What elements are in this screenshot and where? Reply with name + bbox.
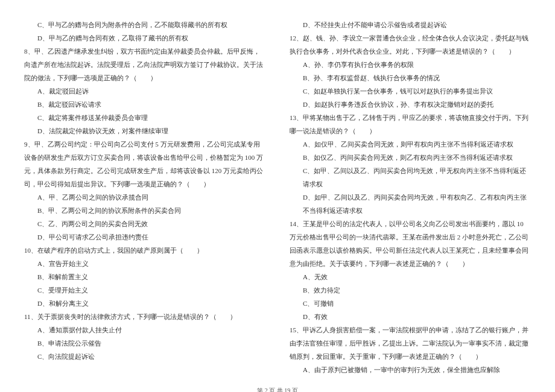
q11-option-d: D、不经挂失止付不能申请公示催告或者提起诉讼 (290, 18, 531, 31)
q10-option-a: A、宣告开始主义 (24, 257, 265, 270)
q8-stem: 8、甲、乙因遗产继承发生纠纷，双方书面约定由某仲裁委员会仲裁。后甲反悔，向遗产所… (24, 45, 265, 84)
q8-option-c: C、裁定将案件移送某仲裁委员会审理 (24, 111, 265, 124)
q13-option-c: C、如甲、乙间以及乙、丙间买卖合同均无效，甲无权向丙主张不当得利返还请求权 (290, 164, 531, 191)
q11-option-b: B、申请法院公示催告 (24, 337, 265, 350)
q12-option-a: A、孙、李仍享有执行合伙事务的权限 (290, 58, 531, 71)
left-column: C、甲与乙的赠与合同为附条件的合同，乙不能取得藏书的所有权 D、甲与乙的赠与合同… (24, 18, 265, 376)
q9-option-b: B、甲、乙两公司之间的协议系附条件的买卖合同 (24, 204, 265, 217)
q12-stem: 12、赵、钱、孙、李设立一家普通合伙企业，经全体合伙人会议决定，委托赵与钱执行合… (290, 31, 531, 58)
q12-option-c: C、如赵单独执行某一合伙事务，钱可以对赵执行的事务提出异议 (290, 84, 531, 98)
q14-option-d: D、有效 (290, 310, 531, 323)
exam-page: C、甲与乙的赠与合同为附条件的合同，乙不能取得藏书的所有权 D、甲与乙的赠与合同… (0, 0, 555, 382)
q14-stem: 14、王某是甲公司的法定代表人，以甲公司名义向乙公司发出书面要约，愿以 10 万… (290, 217, 531, 270)
q8-option-b: B、裁定驳回诉讼请求 (24, 98, 265, 111)
q13-option-a: A、如仅甲、乙间买卖合同无效，则甲有权向丙主张不当得利返还请求权 (290, 138, 531, 151)
q7-option-d: D、甲与乙的赠与合同有效，乙取得了藏书的所有权 (24, 31, 265, 45)
q8-option-a: A、裁定驳回起诉 (24, 84, 265, 98)
q15-stem: 15、甲诉乙人身损害赔偿一案，一审法院根据甲的申请，冻结了乙的银行账户，并由李法… (290, 323, 531, 363)
q14-option-b: B、效力待定 (290, 283, 531, 297)
q9-option-d: D、甲公司可请求乙公司承担违约责任 (24, 230, 265, 244)
q14-option-a: A、无效 (290, 270, 531, 283)
q9-stem: 9、甲、乙两公司约定：甲公司向乙公司支付 5 万元研发费用，乙公司完成某专用设备… (24, 138, 265, 191)
q11-stem: 11、关于票据丧失时的法律救济方式，下列哪一说法是错误的？（ ） (24, 310, 265, 323)
q13-option-d: D、如甲、乙间以及乙、丙间买卖合同均无效，甲有权向乙、乙有权向丙主张不当得利返还… (290, 191, 531, 217)
q9-option-a: A、甲、乙两公司之间的协议承揽合同 (24, 191, 265, 204)
q13-option-b: B、如仅乙、丙间买卖合同无效，则乙有权向丙主张不当得利返还请求权 (290, 151, 531, 164)
q10-option-c: C、受理开始主义 (24, 283, 265, 297)
q12-option-b: B、孙、李有权监督赵、钱执行合伙事务的情况 (290, 71, 531, 84)
q14-option-c: C、可撤销 (290, 297, 531, 310)
q9-option-c: C、乙、丙两公司之间的买卖合同无效 (24, 217, 265, 230)
q12-option-d: D、如赵执行事务违反合伙协议，孙、李有权决定撤销对赵的委托 (290, 98, 531, 111)
q8-option-d: D、法院裁定仲裁协议无效，对案件继续审理 (24, 124, 265, 138)
q10-option-d: D、和解分离主义 (24, 297, 265, 310)
page-footer: 第 2 页 共 19 页 (0, 385, 555, 392)
q11-option-a: A、通知票据付款人挂失止付 (24, 323, 265, 337)
right-column: D、不经挂失止付不能申请公示催告或者提起诉讼 12、赵、钱、孙、李设立一家普通合… (290, 18, 531, 376)
q10-stem: 10、在破产程序的启动方式上，我国的破产原则属于（ ） (24, 244, 265, 257)
q13-stem: 13、甲将某物出售于乙，乙转售于丙，甲应乙的要求，将该物直接交付于丙。下列哪一说… (290, 111, 531, 138)
q7-option-c: C、甲与乙的赠与合同为附条件的合同，乙不能取得藏书的所有权 (24, 18, 265, 31)
q15-option-a: A、由于原判已被撤销，一审中的审判行为无效，保全措施也应解除 (290, 363, 531, 376)
q10-option-b: B、和解前置主义 (24, 270, 265, 283)
q11-option-c: C、向法院提起诉讼 (24, 350, 265, 363)
